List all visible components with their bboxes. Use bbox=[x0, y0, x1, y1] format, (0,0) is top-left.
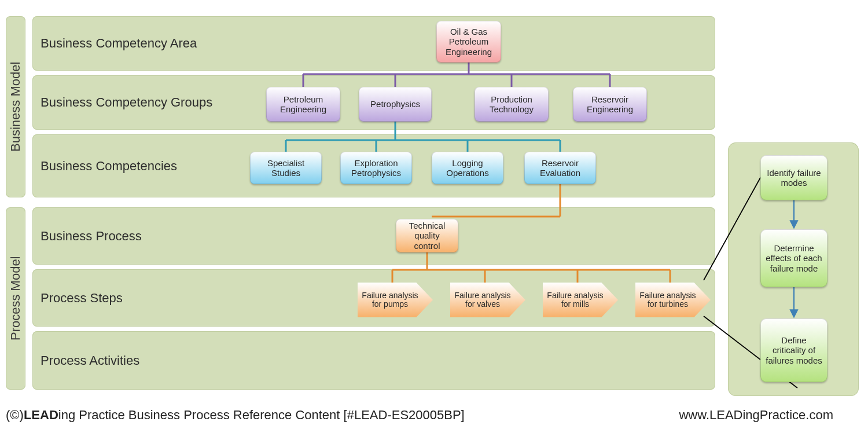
competency-reservoir-evaluation: Reservoir Evaluation bbox=[524, 152, 596, 184]
activity-determine-effects: Determine effects of each failure mode bbox=[760, 229, 827, 287]
process-technical-qc: Technical quality control bbox=[396, 219, 458, 252]
competency-logging-operations: Logging Operations bbox=[432, 152, 503, 184]
footer-brand-bold: LEAD bbox=[24, 408, 58, 422]
row-steps-label: Process Steps bbox=[41, 291, 123, 306]
row-competencies-label: Business Competencies bbox=[41, 159, 177, 174]
row-activities-label: Process Activities bbox=[41, 353, 139, 368]
row-activities: Process Activities bbox=[32, 331, 715, 390]
row-process: Business Process bbox=[32, 207, 715, 265]
row-area-label: Business Competency Area bbox=[41, 36, 197, 51]
activity-define-criticality: Define criticality of failures modes bbox=[760, 318, 827, 382]
step-pumps: Failure analysis for pumps bbox=[358, 283, 433, 317]
footer-brand-rest: ing Practice Business Process Reference … bbox=[58, 408, 465, 422]
step-valves: Failure analysis for valves bbox=[450, 283, 525, 317]
competency-exploration-petrophysics: Exploration Petrophysics bbox=[340, 152, 412, 184]
activity-identify: Identify failure modes bbox=[760, 155, 827, 200]
group-petroleum-engineering: Petroleum Engineering bbox=[266, 87, 340, 122]
area-box: Oil & Gas Petroleum Engineering bbox=[436, 21, 501, 63]
copyright-symbol: (©) bbox=[6, 408, 24, 422]
footer-left: (©)LEADing Practice Business Process Ref… bbox=[6, 408, 465, 423]
business-model-side-label: Business Model bbox=[6, 16, 25, 197]
step-valves-label: Failure analysis for valves bbox=[454, 283, 512, 317]
group-reservoir-engineering: Reservoir Engineering bbox=[573, 87, 647, 122]
step-turbines-label: Failure analysis for turbines bbox=[639, 283, 697, 317]
competency-specialist-studies: Specialist Studies bbox=[250, 152, 322, 184]
footer-url: www.LEADingPractice.com bbox=[679, 408, 833, 423]
group-petrophysics: Petrophysics bbox=[359, 87, 432, 122]
row-area: Business Competency Area bbox=[32, 16, 715, 71]
step-pumps-label: Failure analysis for pumps bbox=[361, 283, 419, 317]
group-production-technology: Production Technology bbox=[475, 87, 549, 122]
row-groups-label: Business Competency Groups bbox=[41, 95, 212, 110]
step-mills: Failure analysis for mills bbox=[543, 283, 618, 317]
process-model-side-label: Process Model bbox=[6, 207, 25, 390]
step-turbines: Failure analysis for turbines bbox=[635, 283, 711, 317]
row-process-label: Business Process bbox=[41, 229, 142, 244]
step-mills-label: Failure analysis for mills bbox=[546, 283, 604, 317]
